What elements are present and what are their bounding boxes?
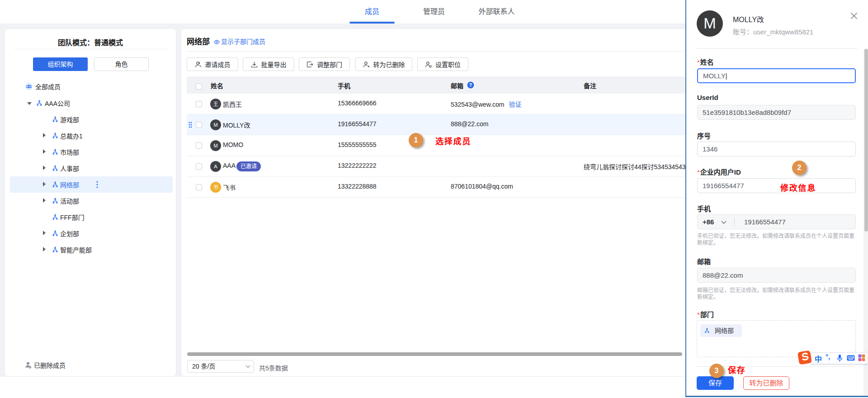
svg-text:?: ?: [469, 82, 472, 88]
